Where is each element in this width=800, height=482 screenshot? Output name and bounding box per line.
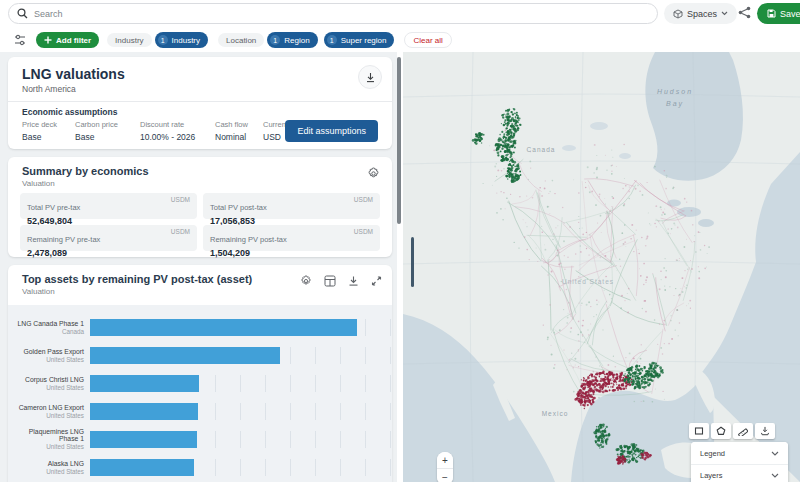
layers-label: Layers (700, 471, 723, 480)
map-zoom-control: + − (437, 452, 453, 482)
filter-category-industry[interactable]: Industry (107, 33, 151, 47)
bar[interactable] (90, 403, 198, 420)
stat-unit: USDM (354, 196, 373, 203)
stat-value: 1,504,209 (210, 248, 373, 258)
bar-label: Corpus Christi LNGUnited States (8, 376, 90, 391)
chart-title: Top assets by remaining PV post-tax (ass… (22, 273, 252, 285)
filter-chip-industry[interactable]: 1 Industry (155, 32, 208, 48)
stat-remaining-pv-post-tax: Remaining PV post-taxUSDM1,504,209 (203, 225, 380, 251)
bar[interactable] (90, 431, 197, 448)
map-vertical-scrollbar[interactable] (411, 237, 414, 287)
chart-download-button[interactable] (348, 275, 359, 288)
stat-unit: USDM (171, 228, 190, 235)
chart-settings-button[interactable] (300, 275, 312, 288)
stat-total-pv-pre-tax: Total PV pre-taxUSDM52,649,804 (20, 193, 197, 219)
map-toolbar (689, 423, 775, 439)
bar-track (90, 431, 392, 448)
filter-category-location[interactable]: Location (218, 33, 264, 47)
chart-row: Alaska LNGUnited States (8, 453, 392, 481)
table-icon (324, 275, 336, 287)
filter-chip-super-region[interactable]: 1 Super region (324, 32, 395, 48)
chevron-down-icon (771, 473, 779, 478)
assumption-price-deck: Price deckBase (22, 120, 75, 142)
stat-grid: Total PV pre-taxUSDM52,649,804 Total PV … (20, 193, 380, 251)
chevron-down-icon (771, 451, 779, 456)
valuation-card: LNG valuations North America Economic as… (8, 57, 392, 149)
bar[interactable] (90, 459, 194, 476)
spaces-icon (673, 9, 683, 19)
bar[interactable] (90, 375, 199, 392)
clear-all-button[interactable]: Clear all (404, 32, 451, 48)
bar-label: Alaska LNGUnited States (8, 460, 90, 475)
map-great-lakes (698, 219, 714, 227)
map-label-mexico: Mexico (542, 410, 569, 417)
draw-rectangle-button[interactable] (689, 423, 709, 439)
bar-track (90, 375, 392, 392)
left-panel: LNG valuations North America Economic as… (0, 52, 397, 482)
plus-icon (44, 36, 52, 44)
chart-subtitle: Valuation (22, 287, 55, 296)
save-button[interactable]: Save (757, 3, 800, 24)
divider (8, 101, 392, 102)
search-input[interactable] (34, 9, 649, 19)
filter-chip-label: Industry (172, 36, 200, 45)
stat-remaining-pv-pre-tax: Remaining PV pre-taxUSDM2,478,089 (20, 225, 197, 251)
share-button[interactable] (736, 6, 752, 22)
bar-track (90, 459, 392, 476)
bar[interactable] (90, 347, 280, 364)
zoom-in-button[interactable]: + (437, 452, 453, 468)
save-icon (767, 9, 776, 18)
bar-label: Golden Pass ExportUnited States (8, 348, 90, 363)
zoom-out-button[interactable]: − (437, 469, 453, 482)
stat-total-pv-post-tax: Total PV post-taxUSDM17,056,853 (203, 193, 380, 219)
edit-assumptions-button[interactable]: Edit assumptions (285, 120, 378, 142)
map-download-button[interactable] (755, 423, 775, 439)
page-subtitle: North America (22, 84, 76, 94)
top-bar: Spaces Save (0, 0, 800, 28)
map-canvas[interactable]: Hudson Bay Canada United States Mexico L… (403, 52, 800, 482)
chart-row: Corpus Christi LNGUnited States (8, 369, 392, 397)
filter-settings-icon[interactable] (14, 34, 26, 46)
map-label-hudson-bay: Hudson (657, 88, 693, 95)
filter-count-badge: 1 (270, 35, 280, 45)
app-window: Spaces Save Add filter Industry 1 Indust… (0, 0, 800, 482)
stat-unit: USDM (354, 228, 373, 235)
measure-button[interactable] (733, 423, 753, 439)
chevron-down-icon (721, 11, 728, 16)
bar-label: Cameron LNG ExportUnited States (8, 404, 90, 419)
chart-table-view-button[interactable] (324, 275, 336, 288)
draw-polygon-button[interactable] (711, 423, 731, 439)
filter-bar: Add filter Industry 1 Industry Location … (0, 28, 800, 52)
filter-category-label: Location (226, 36, 256, 45)
legend-panel: Legend Layers (691, 442, 788, 482)
map-lake (562, 145, 576, 151)
rectangle-icon (694, 426, 704, 436)
chart-expand-button[interactable] (371, 275, 382, 288)
filter-chip-region[interactable]: 1 Region (267, 32, 317, 48)
panel-scrollbar[interactable] (397, 57, 401, 224)
map-lake (619, 153, 631, 159)
download-icon (365, 72, 376, 83)
add-filter-button[interactable]: Add filter (36, 32, 99, 48)
assumption-carbon-price: Carbon priceBase (75, 120, 140, 142)
spaces-button[interactable]: Spaces (664, 3, 737, 24)
expand-icon (371, 275, 382, 287)
summary-settings-button[interactable] (367, 167, 380, 183)
save-label: Save (780, 9, 800, 19)
legend-toggle[interactable]: Legend (691, 442, 788, 464)
bar-label: LNG Canada Phase 1Canada (8, 320, 90, 335)
map-label-canada: Canada (527, 146, 556, 153)
page-title: LNG valuations (22, 66, 125, 82)
chart-row: LNG Canada Phase 1Canada (8, 313, 392, 341)
spaces-label: Spaces (687, 9, 717, 19)
layers-toggle[interactable]: Layers (691, 464, 788, 482)
download-icon (760, 426, 770, 436)
bar[interactable] (90, 319, 357, 336)
search-bar (8, 3, 658, 24)
bar-track (90, 403, 392, 420)
chart-card: Top assets by remaining PV post-tax (ass… (8, 265, 392, 482)
filter-category-label: Industry (115, 36, 143, 45)
legend-label: Legend (700, 449, 725, 458)
summary-card: Summary by economics Valuation Total PV … (8, 157, 392, 257)
download-report-button[interactable] (358, 65, 382, 89)
